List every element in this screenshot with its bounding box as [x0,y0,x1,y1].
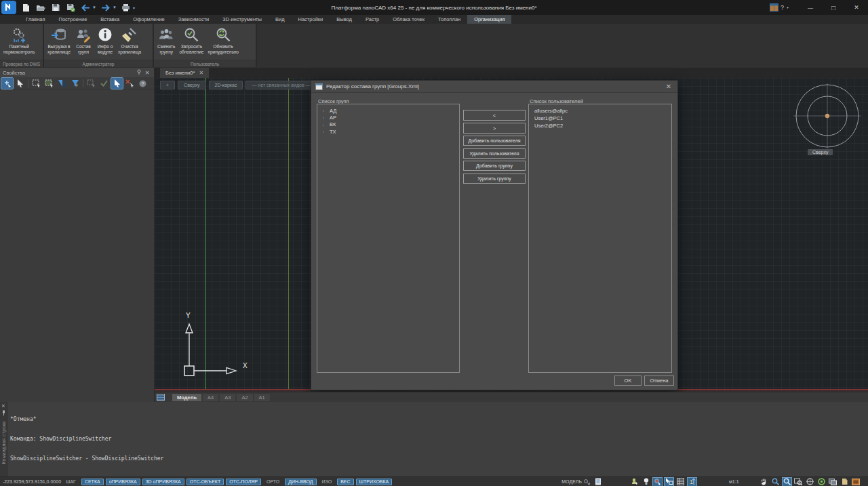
document-tab-close-icon[interactable]: ✕ [199,70,203,76]
undo-icon[interactable] [80,2,91,13]
viewport-configuration-icon[interactable] [829,478,837,486]
toggle-iso[interactable]: ИЗО [319,479,336,485]
tree-expand-icon[interactable]: › [323,129,330,134]
toggle-snap[interactable]: ШАГ [62,479,79,485]
selection-help-icon[interactable]: ? [137,78,149,89]
tab-zavisimosti[interactable]: Зависимости [172,15,216,24]
command-panel-pin-icon[interactable] [1,410,6,417]
qat-customize-icon[interactable]: ▾ [133,5,135,10]
ordinate-tracking-icon[interactable]: 1 [688,478,696,486]
layout-tab-a3[interactable]: A3 [220,394,235,401]
viewport-linked-views-button[interactable]: — нет связанных видов — [245,81,316,89]
batch-normcontrol-button[interactable]: Пакетный нормоконтроль [1,25,37,56]
panel-close-icon[interactable]: ✕ [143,70,151,76]
new-file-icon[interactable] [20,2,31,13]
layout-tab-model[interactable]: Модель [172,394,201,401]
user-list-item[interactable]: User2@PC2 [529,122,671,129]
remove-group-button[interactable]: Удалить группу [463,174,526,184]
selection-cycling-icon[interactable] [653,478,662,486]
toggle-lineweight[interactable]: ВЕС [337,479,353,485]
redo-icon[interactable] [100,2,111,13]
command-history[interactable]: *Отмена* Команда: ShowDisciplineSwitcher… [7,402,868,486]
pan-hand-icon[interactable] [760,478,768,486]
user-list-item[interactable]: User1@PC1 [529,115,671,122]
annotation-scale[interactable]: м1:1 [729,479,739,484]
toggle-ortho[interactable]: ОРТО [263,479,283,485]
compass-view-label[interactable]: Сверху [808,149,833,155]
interface-scheme-icon[interactable] [770,3,778,12]
users-listbox[interactable]: allusers@allpc User1@PC1 User2@PC2 [528,104,672,373]
change-group-button[interactable]: Сменить группу [155,25,177,56]
view-compass[interactable] [793,83,861,159]
undo-dropdown-icon[interactable]: ▼ [92,5,96,9]
visual-style-sphere-icon[interactable] [817,478,826,486]
document-tab[interactable]: Без имени0* ✕ [160,68,209,78]
move-left-button[interactable]: < [463,110,526,121]
help-button[interactable]: ? [781,4,784,11]
tab-organizatsiya[interactable]: Организация [467,15,511,24]
layout-tab-a2[interactable]: A2 [237,394,252,401]
user-list-item[interactable]: allusers@allpc [529,107,671,115]
viewport-visual-style-button[interactable]: 2D-каркас [209,81,243,89]
panel-pin-icon[interactable] [135,69,143,76]
quick-properties-icon[interactable] [676,478,685,486]
group-tree-item[interactable]: ›ВК [317,121,459,128]
force-update-button[interactable]: Обновить принудительно [205,25,241,56]
user-presence-icon[interactable] [630,478,639,486]
tree-expand-icon[interactable]: › [323,108,330,113]
layout-tab-a4[interactable]: A4 [203,394,218,401]
tab-rastr[interactable]: Растр [359,15,386,24]
select-cursor-icon[interactable] [14,78,26,89]
toggle-grid[interactable]: СЕТКА [81,479,104,485]
storage-clean-button[interactable]: Очистка хранилища [116,25,143,56]
orbit-icon[interactable] [806,478,814,486]
clear-selection-icon[interactable] [124,78,136,89]
toggle-dyn-input[interactable]: ДИН-ВВОД [285,479,316,485]
minimize-button[interactable]: — [799,0,822,15]
notes-icon[interactable] [595,478,601,485]
append-selection-icon[interactable] [1,78,13,89]
groups-listbox[interactable]: ›АД ›АР ›ВК ›ТХ [317,104,460,373]
toggle-3d-osnap[interactable]: 3D оПРИВЯЗКА [142,479,184,485]
group-tree-item[interactable]: ›ТХ [317,128,459,135]
crossing-select-icon[interactable] [43,78,55,89]
zoom-window-icon[interactable] [783,478,791,486]
tab-glavnaya[interactable]: Главная [19,15,52,24]
redo-dropdown-icon[interactable]: ▼ [113,5,117,9]
viewport-plus-button[interactable]: + [160,81,175,89]
pickbox-cursor-icon[interactable] [665,478,673,486]
toggle-hatch[interactable]: ШТРИХОВКА [356,479,393,485]
tab-3d-instrumenty[interactable]: 3D-инструменты [216,15,269,24]
tree-expand-icon[interactable]: › [323,123,330,127]
request-update-button[interactable]: Запросить обновление [177,25,205,56]
tab-vyvod[interactable]: Вывод [330,15,359,24]
tab-vid[interactable]: Вид [269,15,292,24]
tab-postroenie[interactable]: Построение [52,15,94,24]
tab-nastroyki[interactable]: Настройки [292,15,330,24]
ok-button[interactable]: OK [614,376,642,386]
command-panel-close-icon[interactable]: ✕ [1,403,5,410]
quick-select-icon[interactable] [56,78,68,89]
viewport-view-button[interactable]: Сверху [178,81,205,89]
cancel-button[interactable]: Отмена [644,376,674,386]
save-icon[interactable] [50,2,61,13]
notifications-bulb-icon[interactable] [642,478,650,486]
tree-expand-icon[interactable]: › [323,115,330,119]
dialog-close-icon[interactable]: ✕ [664,83,673,90]
module-info-button[interactable]: Инфо о модуле [94,25,116,56]
group-members-button[interactable]: Состав групп [73,25,94,56]
zoom-object-icon[interactable] [794,478,803,486]
toggle-osnap[interactable]: оПРИВЯЗКА [106,479,140,485]
storage-upload-button[interactable]: Выгрузка в хранилище [45,25,73,56]
nanocad-logo-icon[interactable] [1,1,16,14]
window-select-icon[interactable] [31,78,42,89]
fullscreen-display-icon[interactable] [852,478,861,486]
group-tree-item[interactable]: ›АД [317,107,459,114]
tab-oformlenie[interactable]: Оформление [126,15,172,24]
print-icon[interactable] [121,2,132,13]
pointer-mode-icon[interactable] [111,78,123,89]
add-group-button[interactable]: Добавить группу [463,161,526,171]
tab-topoplan[interactable]: Топоплан [431,15,467,24]
maximize-button[interactable]: □ [822,0,845,15]
zoom-icon[interactable] [771,478,780,486]
